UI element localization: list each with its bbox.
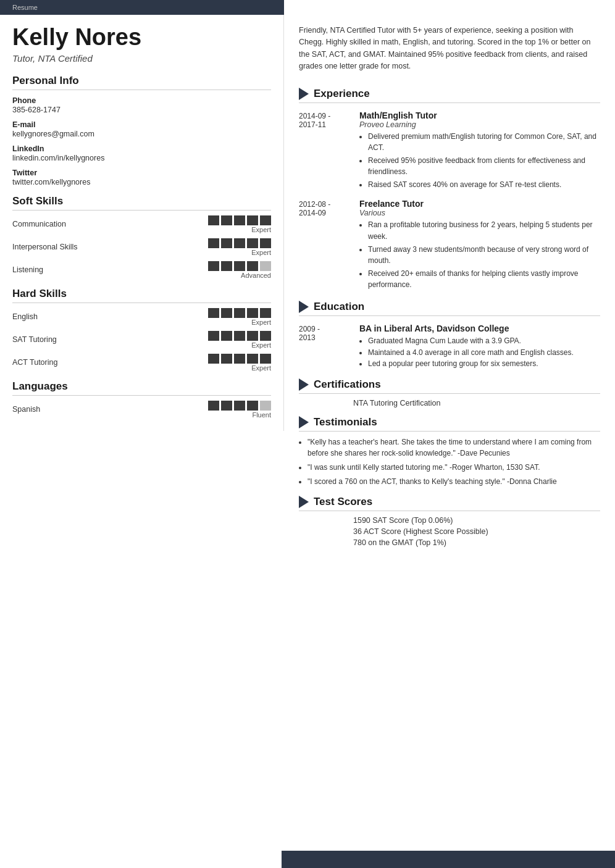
bar bbox=[260, 308, 271, 318]
edu-bullet: Led a popular peer tutoring group for si… bbox=[368, 358, 600, 370]
skill-row-act: ACT Tutoring Expert bbox=[12, 354, 271, 372]
skill-bars-wrap: Expert bbox=[208, 308, 271, 326]
bar bbox=[208, 215, 219, 225]
skill-name: SAT Tutoring bbox=[12, 335, 80, 344]
exp-bullet: Raised SAT scores 40% on average for SAT… bbox=[368, 179, 600, 191]
test-scores-list: 1590 SAT Score (Top 0.06%) 36 ACT Score … bbox=[299, 516, 600, 547]
experience-arrow-icon bbox=[299, 88, 309, 100]
bar bbox=[208, 331, 219, 341]
testimonials-title: Testimonials bbox=[299, 416, 600, 432]
linkedin-label: LinkedIn bbox=[12, 144, 271, 153]
edu-bullets-1: Graduated Magna Cum Laude with a 3.9 GPA… bbox=[359, 335, 600, 370]
exp-bullet: Delivered premium math/English tutoring … bbox=[368, 131, 600, 154]
testimonial-item-1: "Kelly has a teacher's heart. She takes … bbox=[308, 436, 600, 459]
bar bbox=[247, 401, 258, 411]
skill-bars bbox=[208, 215, 271, 225]
hard-skills-title: Hard Skills bbox=[12, 288, 271, 303]
skill-bars bbox=[208, 331, 271, 341]
exp-content-1: Math/English Tutor Proveo Learning Deliv… bbox=[359, 111, 600, 192]
skill-row-spanish: Spanish Fluent bbox=[12, 401, 271, 419]
personal-info-title: Personal Info bbox=[12, 75, 271, 90]
email-value: kellygnores@gmail.com bbox=[12, 130, 271, 138]
skill-row-communication: Communication Expert bbox=[12, 215, 271, 233]
experience-title-text: Experience bbox=[314, 88, 370, 100]
bar bbox=[221, 401, 232, 411]
skill-level: Expert bbox=[251, 364, 271, 372]
exp-bullets-2: Ran a profitable tutoring business for 2… bbox=[359, 219, 600, 291]
resume-page: Resume Kelly Nores Tutor, NTA Certified … bbox=[0, 0, 615, 868]
exp-bullet: Turned away 3 new students/month because… bbox=[368, 244, 600, 267]
skill-bars bbox=[208, 261, 271, 271]
bar bbox=[234, 308, 245, 318]
email-label: E-mail bbox=[12, 120, 271, 129]
top-bar-label: Resume bbox=[12, 4, 38, 11]
education-entry-1: 2009 -2013 BA in Liberal Arts, Davidson … bbox=[299, 323, 600, 370]
skill-level: Expert bbox=[251, 249, 271, 256]
bar-empty bbox=[260, 401, 271, 411]
education-title: Education bbox=[299, 301, 600, 316]
exp-dates-1: 2014-09 -2017-11 bbox=[299, 111, 353, 192]
skill-name: Communication bbox=[12, 220, 80, 228]
education-title-text: Education bbox=[314, 301, 364, 313]
skill-level: Advanced bbox=[241, 272, 271, 279]
testimonials-arrow-icon bbox=[299, 416, 309, 428]
skill-level: Expert bbox=[251, 226, 271, 233]
bar bbox=[247, 261, 258, 271]
exp-bullet: Ran a profitable tutoring business for 2… bbox=[368, 219, 600, 242]
bar bbox=[221, 308, 232, 318]
experience-entry-2: 2012-08 -2014-09 Freelance Tutor Various… bbox=[299, 199, 600, 292]
skill-bars bbox=[208, 238, 271, 248]
skill-row-interpersonal: Interpersonal Skills Expert bbox=[12, 238, 271, 256]
score-item-2: 36 ACT Score (Highest Score Possible) bbox=[353, 527, 600, 536]
skill-bars-wrap: Expert bbox=[208, 215, 271, 233]
skill-name: Interpersonal Skills bbox=[12, 243, 80, 251]
bar bbox=[208, 354, 219, 364]
bar bbox=[247, 238, 258, 248]
twitter-value: twitter.com/kellygnores bbox=[12, 178, 271, 186]
header-area: Kelly Nores Tutor, NTA Certified Persona… bbox=[0, 15, 615, 562]
skill-name: Spanish bbox=[12, 405, 80, 414]
skill-bars-wrap: Expert bbox=[208, 354, 271, 372]
testimonial-item-2: "I was sunk until Kelly started tutoring… bbox=[308, 462, 600, 474]
edu-dates-1: 2009 -2013 bbox=[299, 323, 353, 370]
bar bbox=[221, 238, 232, 248]
test-scores-arrow-icon bbox=[299, 496, 309, 508]
bar bbox=[234, 238, 245, 248]
phone-value: 385-628-1747 bbox=[12, 106, 271, 114]
skill-bars bbox=[208, 401, 271, 411]
certifications-title: Certifications bbox=[299, 378, 600, 394]
top-bar: Resume bbox=[0, 0, 284, 15]
education-arrow-icon bbox=[299, 301, 309, 313]
skill-name: ACT Tutoring bbox=[12, 358, 80, 367]
skill-bars bbox=[208, 354, 271, 364]
linkedin-value: linkedin.com/in/kellygnores bbox=[12, 154, 271, 162]
certifications-title-text: Certifications bbox=[314, 378, 381, 391]
experience-entry-1: 2014-09 -2017-11 Math/English Tutor Prov… bbox=[299, 111, 600, 192]
bottom-bar bbox=[282, 851, 615, 868]
testimonials-title-text: Testimonials bbox=[314, 416, 377, 428]
skill-row-sat: SAT Tutoring Expert bbox=[12, 331, 271, 349]
bar bbox=[234, 261, 245, 271]
score-item-1: 1590 SAT Score (Top 0.06%) bbox=[353, 516, 600, 525]
skill-bars-wrap: Fluent bbox=[208, 401, 271, 419]
test-scores-title-text: Test Scores bbox=[314, 496, 372, 508]
testimonials-list: "Kelly has a teacher's heart. She takes … bbox=[299, 436, 600, 487]
bar bbox=[260, 331, 271, 341]
bar bbox=[221, 354, 232, 364]
bar bbox=[208, 401, 219, 411]
job-title: Tutor, NTA Certified bbox=[12, 53, 271, 64]
bar bbox=[260, 215, 271, 225]
skill-level: Expert bbox=[251, 341, 271, 349]
exp-job-title-2: Freelance Tutor bbox=[359, 199, 600, 209]
exp-company-1: Proveo Learning bbox=[359, 120, 600, 129]
bar bbox=[234, 215, 245, 225]
exp-dates-2: 2012-08 -2014-09 bbox=[299, 199, 353, 292]
left-column: Kelly Nores Tutor, NTA Certified Persona… bbox=[0, 15, 284, 431]
bar bbox=[247, 354, 258, 364]
edu-bullet: Graduated Magna Cum Laude with a 3.9 GPA… bbox=[368, 335, 600, 347]
languages-title: Languages bbox=[12, 380, 271, 396]
bar bbox=[260, 238, 271, 248]
bar bbox=[221, 261, 232, 271]
edu-bullet: Maintained a 4.0 average in all core mat… bbox=[368, 347, 600, 359]
bar bbox=[221, 331, 232, 341]
